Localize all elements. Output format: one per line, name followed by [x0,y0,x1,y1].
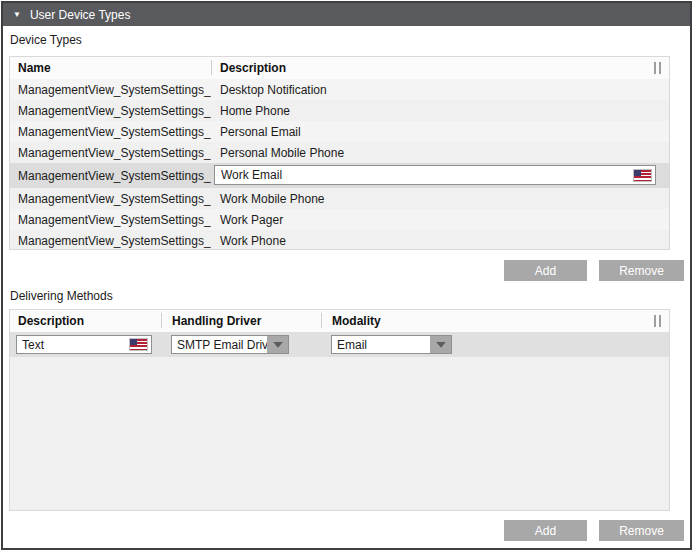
panel-title: User Device Types [30,8,130,22]
dropdown-button[interactable] [267,336,288,353]
handling-driver-value: SMTP Email Driver [172,338,267,352]
description-edit-field[interactable] [214,165,656,185]
description-input[interactable] [215,167,634,183]
cell-name: ManagementView_SystemSettings_Lib [10,213,211,227]
cell-name: ManagementView_SystemSettings_Lib [10,169,211,183]
device-types-add-button[interactable]: Add [504,260,587,281]
column-header-name[interactable]: Name [18,61,51,75]
cell-description: Personal Email [211,125,301,139]
panel-titlebar[interactable]: ▼ User Device Types [3,3,690,26]
device-types-section-label: Device Types [10,33,82,47]
column-header-description[interactable]: Description [18,314,84,328]
column-header-description[interactable]: Description [220,61,286,75]
cell-description: Desktop Notification [211,83,327,97]
chevron-down-icon [273,342,283,348]
cell-name: ManagementView_SystemSettings_Lib [10,104,211,118]
table-row[interactable]: ManagementView_SystemSettings_LibWork Ph… [10,230,669,251]
table-row[interactable]: ManagementView_SystemSettings_Lib [10,163,669,188]
modality-value: Email [332,338,430,352]
cell-name: ManagementView_SystemSettings_Lib [10,234,211,248]
table-row[interactable]: ManagementView_SystemSettings_LibWork Mo… [10,188,669,209]
table-row[interactable]: ManagementView_SystemSettings_LibPersona… [10,142,669,163]
description-edit-field[interactable] [16,335,152,354]
us-flag-icon [634,170,651,181]
cell-description: Work Mobile Phone [211,192,325,206]
cell-name: ManagementView_SystemSettings_Lib [10,83,211,97]
column-gripper[interactable] [659,62,661,74]
column-divider[interactable] [211,60,212,75]
us-flag-icon [130,339,147,350]
delivering-methods-header[interactable]: Description Handling Driver Modality [10,310,669,332]
column-divider[interactable] [161,313,162,328]
cell-description: Work Pager [211,213,283,227]
table-row[interactable]: ManagementView_SystemSettings_LibHome Ph… [10,100,669,121]
device-types-rows: ManagementView_SystemSettings_LibDesktop… [10,79,669,251]
table-row[interactable]: ManagementView_SystemSettings_LibPersona… [10,121,669,142]
column-header-handling-driver[interactable]: Handling Driver [172,314,261,328]
description-input[interactable] [17,337,130,352]
cell-name: ManagementView_SystemSettings_Lib [10,192,211,206]
column-gripper[interactable] [654,62,656,74]
column-gripper[interactable] [659,315,661,327]
handling-driver-dropdown[interactable]: SMTP Email Driver [171,335,289,354]
column-header-modality[interactable]: Modality [332,314,381,328]
delivering-methods-table: Description Handling Driver Modality SMT… [9,309,670,511]
modality-dropdown[interactable]: Email [331,335,452,354]
chevron-down-icon [436,342,446,348]
cell-description: Personal Mobile Phone [211,146,344,160]
table-row[interactable]: ManagementView_SystemSettings_LibDesktop… [10,79,669,100]
delivering-methods-add-button[interactable]: Add [504,520,587,541]
dropdown-button[interactable] [430,336,451,353]
column-divider[interactable] [321,313,322,328]
device-types-table: Name Description ManagementView_SystemSe… [9,56,670,250]
table-row[interactable]: ManagementView_SystemSettings_LibWork Pa… [10,209,669,230]
device-types-remove-button[interactable]: Remove [599,260,684,281]
cell-name: ManagementView_SystemSettings_Lib [10,125,211,139]
delivering-methods-section-label: Delivering Methods [10,289,113,303]
cell-description: Home Phone [211,104,290,118]
collapse-arrow-icon[interactable]: ▼ [13,11,21,19]
cell-name: ManagementView_SystemSettings_Lib [10,146,211,160]
device-types-header[interactable]: Name Description [10,57,669,79]
cell-description: Work Phone [211,234,286,248]
delivering-methods-remove-button[interactable]: Remove [599,520,684,541]
delivering-method-row[interactable]: SMTP Email Driver Email [10,332,669,357]
column-gripper[interactable] [654,315,656,327]
